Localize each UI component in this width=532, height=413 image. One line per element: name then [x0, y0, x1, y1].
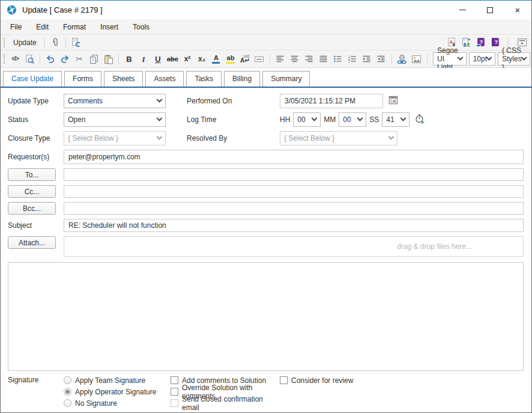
align-center-button[interactable]	[288, 52, 302, 66]
chevron-down-icon	[157, 115, 163, 121]
chevron-down-icon	[157, 96, 163, 102]
align-left-button[interactable]	[273, 52, 288, 66]
resolved-by-select[interactable]: { Select Below }	[280, 131, 397, 145]
undo-button[interactable]	[43, 52, 58, 66]
menu-tools[interactable]: Tools	[125, 20, 157, 34]
menu-format[interactable]: Format	[56, 20, 93, 34]
timer-button[interactable]	[412, 112, 428, 127]
css-styles-select[interactable]: { CSS Styles }	[498, 52, 530, 66]
minimize-button[interactable]	[449, 1, 476, 19]
requestors-input[interactable]: peter@propertym.com	[64, 150, 524, 164]
insert-image-icon	[411, 54, 422, 64]
copy-button[interactable]	[86, 52, 101, 66]
paste-button[interactable]	[101, 52, 115, 66]
closure-type-label: Closure Type	[8, 134, 64, 142]
indent-icon	[376, 54, 386, 64]
toolbar-separator	[40, 54, 40, 64]
calendar-button[interactable]	[385, 94, 401, 108]
document-refresh-button[interactable]	[69, 36, 83, 49]
close-button[interactable]: ×	[504, 1, 531, 19]
menu-insert[interactable]: Insert	[93, 20, 125, 34]
tab-summary[interactable]: Summary	[262, 71, 310, 87]
format-toolbar-grip[interactable]	[4, 54, 5, 64]
numbered-list-button[interactable]: 123	[345, 52, 360, 66]
tab-sheets[interactable]: Sheets	[104, 71, 143, 87]
superscript-button[interactable]: x²	[180, 52, 195, 66]
print-preview-button[interactable]	[22, 52, 37, 66]
underline-button[interactable]: U	[151, 52, 165, 66]
bcc-button[interactable]: Bcc...	[8, 202, 56, 215]
highlight-button[interactable]: ab	[223, 52, 238, 66]
to-input[interactable]	[64, 168, 524, 181]
font-color-button[interactable]: A	[209, 52, 223, 66]
font-family-select[interactable]: Segoe UI Light	[433, 52, 467, 66]
chevron-down-icon	[388, 133, 394, 139]
chevron-down-icon	[521, 54, 527, 60]
window-controls: ×	[449, 1, 531, 19]
tab-billing[interactable]: Billing	[224, 71, 260, 87]
redo-button[interactable]	[58, 52, 72, 66]
closure-type-select[interactable]: { Select Below }	[64, 131, 166, 145]
indent-button[interactable]	[374, 52, 388, 66]
help-book-icon: ?	[490, 37, 500, 47]
subject-input[interactable]: RE: Scheduler will not function	[64, 219, 524, 232]
strikethrough-button[interactable]: abc	[165, 52, 180, 66]
code-view-button[interactable]: </>	[8, 52, 22, 66]
font-size-select[interactable]: 10pt	[469, 52, 495, 66]
cc-button[interactable]: Cc...	[8, 185, 56, 198]
align-right-button[interactable]	[302, 52, 316, 66]
horizontal-rule-button[interactable]	[252, 52, 267, 66]
bcc-input[interactable]	[64, 202, 524, 215]
attachment-button[interactable]	[48, 36, 62, 49]
italic-button[interactable]: I	[136, 52, 151, 66]
align-justify-button[interactable]	[316, 52, 331, 66]
highlight-icon: ab	[226, 55, 234, 64]
checkbox-consider-for-review[interactable]	[280, 376, 288, 384]
tab-forms[interactable]: Forms	[64, 71, 101, 87]
tab-tasks[interactable]: Tasks	[186, 71, 222, 87]
assign-people-button[interactable]	[459, 36, 473, 49]
subscript-icon: x₂	[198, 55, 205, 63]
radio-apply-team-signature[interactable]	[64, 376, 71, 384]
tab-case-update[interactable]: Case Update	[3, 71, 62, 87]
strikethrough-icon: abc	[167, 56, 178, 63]
toolbar-grip[interactable]	[4, 38, 5, 47]
radio-no-signature[interactable]	[64, 399, 71, 407]
menu-file[interactable]: File	[3, 20, 29, 34]
update-type-label: Update Type	[8, 97, 64, 105]
assign-people-icon	[461, 37, 471, 47]
checkbox-add-comments-to-solution[interactable]	[171, 376, 178, 384]
checkbox-send-closed-confirmation-email[interactable]	[171, 399, 178, 407]
outdent-button[interactable]	[360, 52, 374, 66]
checkbox-override-solution-with-comments[interactable]	[171, 388, 178, 396]
ss-value: 41	[386, 115, 394, 124]
insert-image-button[interactable]	[410, 52, 424, 66]
mm-select[interactable]: 00	[339, 112, 366, 127]
performed-on-input[interactable]: 3/05/2021 1:15:12 PM	[280, 94, 383, 108]
bold-button[interactable]: B	[122, 52, 136, 66]
menu-edit[interactable]: Edit	[29, 20, 56, 34]
hh-select[interactable]: 00	[293, 112, 321, 127]
attach-button[interactable]: Attach...	[8, 236, 56, 249]
radio-apply-operator-signature[interactable]	[64, 388, 71, 396]
help-book-button[interactable]: ?	[488, 36, 502, 49]
cut-button[interactable]: ✂	[72, 52, 86, 66]
status-select[interactable]: Open	[64, 112, 166, 127]
ss-select[interactable]: 41	[382, 112, 410, 127]
bullet-list-button[interactable]	[331, 52, 345, 66]
update-button[interactable]: Update	[8, 36, 41, 49]
performed-on-label: Performed On	[187, 97, 280, 105]
tab-assets[interactable]: Assets	[145, 71, 184, 87]
subscript-button[interactable]: x₂	[195, 52, 209, 66]
solution-link-button[interactable]: ?	[473, 36, 488, 49]
update-type-select[interactable]: Comments	[64, 94, 166, 108]
align-justify-icon	[318, 54, 328, 64]
char-code-button[interactable]: x41A↵	[238, 52, 252, 66]
message-body-editor[interactable]	[8, 262, 524, 371]
to-button[interactable]: To...	[8, 168, 56, 181]
cc-input[interactable]	[64, 185, 524, 198]
hyperlink-button[interactable]	[395, 52, 410, 66]
maximize-button[interactable]	[476, 1, 504, 19]
file-dropzone[interactable]: drag & drop files here...	[64, 236, 524, 257]
case-update-panel: Update Type Comments Performed On 3/05/2…	[1, 88, 531, 412]
